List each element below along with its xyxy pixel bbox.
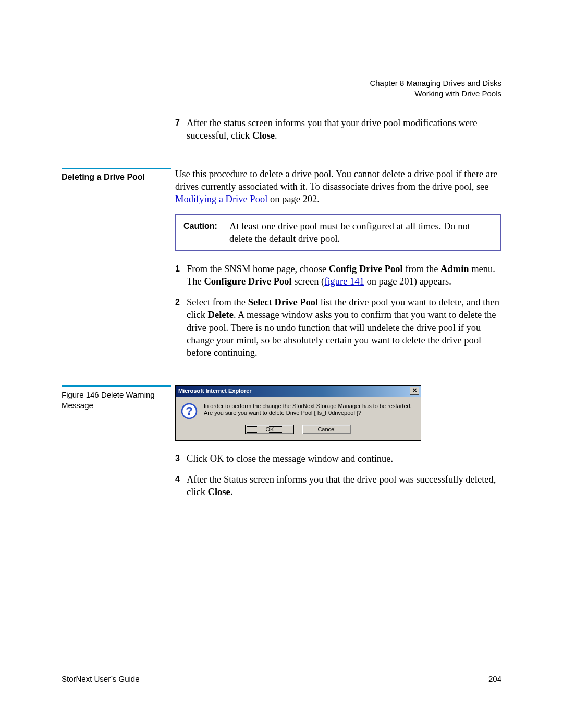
section-row: Deleting a Drive Pool Use this procedure… [62, 168, 501, 367]
figure-row: Figure 146 Delete Warning Message Micros… [62, 385, 501, 507]
header-section: Working with Drive Pools [370, 89, 501, 99]
step-number: 7 [175, 117, 187, 142]
step-2: 2 Select from the Select Drive Pool list… [175, 296, 501, 359]
step-body: Select from the Select Drive Pool list t… [187, 296, 501, 359]
step-body: Click OK to close the message window and… [187, 452, 501, 465]
dialog-message: In order to perform the change the StorN… [204, 403, 415, 417]
step-4: 4 After the Status screen informs you th… [175, 473, 501, 498]
step-body: After the Status screen informs you that… [187, 473, 501, 498]
cancel-button[interactable]: Cancel [302, 425, 351, 434]
caution-box: Caution: At least one drive pool must be… [175, 214, 501, 251]
caution-text: At least one drive pool must be configur… [229, 220, 493, 245]
step-3: 3 Click OK to close the message window a… [175, 452, 501, 465]
footer: StorNext User’s Guide 204 [62, 674, 501, 683]
side-heading: Deleting a Drive Pool [62, 172, 171, 182]
step-number: 2 [175, 296, 187, 359]
svg-text:?: ? [186, 404, 192, 417]
figure-141-link[interactable]: figure 141 [324, 276, 364, 287]
modifying-drive-pool-link[interactable]: Modifying a Drive Pool [175, 194, 267, 204]
dialog-buttons: OK Cancel [176, 422, 421, 440]
running-header: Chapter 8 Managing Drives and Disks Work… [370, 78, 501, 100]
dialog-title: Microsoft Internet Explorer [178, 388, 252, 394]
close-icon[interactable]: ✕ [410, 387, 419, 395]
step-body: From the SNSM home page, choose Config D… [187, 263, 501, 288]
content-area: 7 After the status screen informs you th… [62, 117, 501, 507]
figure-caption-box: Figure 146 Delete Warning Message [62, 385, 171, 411]
caution-label: Caution: [183, 220, 229, 245]
side-heading-box: Deleting a Drive Pool [62, 168, 171, 182]
step-1: 1 From the SNSM home page, choose Config… [175, 263, 501, 288]
page-number: 204 [488, 674, 501, 683]
dialog-body: ? In order to perform the change the Sto… [176, 397, 421, 422]
ok-button[interactable]: OK [245, 425, 294, 434]
prev-step-row: 7 After the status screen informs you th… [62, 117, 501, 150]
step-7: 7 After the status screen informs you th… [175, 117, 501, 142]
step-body: After the status screen informs you that… [187, 117, 501, 142]
step-number: 3 [175, 452, 187, 465]
intro-paragraph: Use this procedure to delete a drive poo… [175, 168, 501, 205]
header-chapter: Chapter 8 Managing Drives and Disks [370, 78, 501, 89]
delete-warning-dialog: Microsoft Internet Explorer ✕ ? In order… [175, 385, 421, 441]
dialog-titlebar: Microsoft Internet Explorer ✕ [176, 386, 421, 397]
step-number: 1 [175, 263, 187, 288]
question-icon: ? [181, 403, 198, 419]
footer-title: StorNext User’s Guide [62, 674, 140, 683]
figure-caption: Figure 146 Delete Warning Message [62, 390, 171, 411]
step-number: 4 [175, 473, 187, 498]
page: Chapter 8 Managing Drives and Disks Work… [0, 0, 563, 728]
